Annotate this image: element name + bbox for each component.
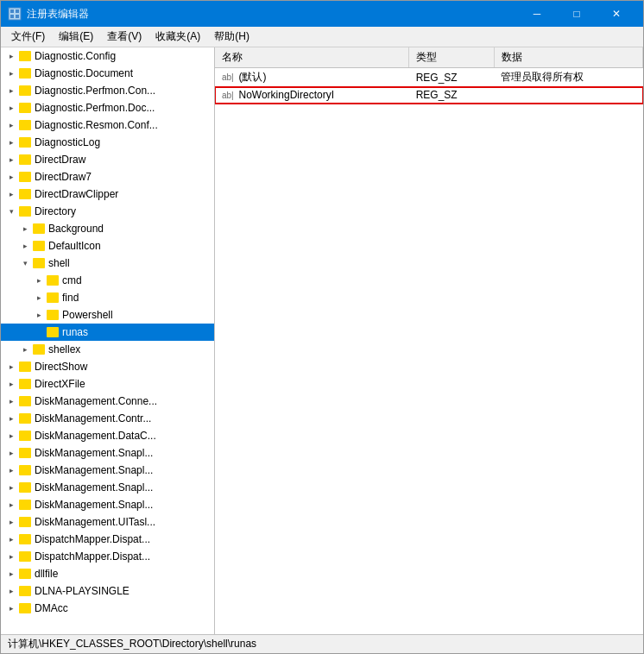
tree-label: DiskManagement.UITasl...: [35, 516, 155, 528]
tree-pane[interactable]: ▸Diagnostic.Config▸Diagnostic.Document▸D…: [1, 47, 215, 634]
tree-item-directdraw7[interactable]: ▸DirectDraw7: [1, 168, 214, 186]
status-path: 计算机\HKEY_CLASSES_ROOT\Directory\shell\ru…: [8, 637, 256, 651]
folder-icon: [18, 498, 32, 512]
folder-icon: [18, 118, 32, 132]
registry-table: 名称 类型 数据 ab| (默认)REG_SZ管理员取得所有权ab| NoWor…: [215, 47, 643, 104]
folder-icon: [18, 463, 32, 477]
tree-item-dispatchmapper-dispat2[interactable]: ▸DispatchMapper.Dispat...: [1, 548, 214, 565]
tree-label: DirectShow: [35, 361, 87, 373]
folder-icon: [18, 567, 32, 581]
tree-label: Directory: [35, 205, 76, 217]
tree-item-diagnostic-document[interactable]: ▸Diagnostic.Document: [1, 65, 214, 82]
menu-view[interactable]: 查看(V): [100, 28, 148, 46]
folder-icon: [18, 481, 32, 494]
expand-icon: [32, 324, 46, 341]
tree-label: DiskManagement.Conne...: [35, 395, 157, 407]
tree-item-dlna-playsingle[interactable]: ▸DLNA-PLAYSINGLE: [1, 582, 214, 600]
tree-item-diagnostic-resmon-conf[interactable]: ▸Diagnostic.Resmon.Conf...: [1, 116, 214, 134]
tree-label: Diagnostic.Perfmon.Doc...: [35, 102, 155, 114]
expand-icon: ▸: [4, 427, 18, 444]
tree-item-diskmanagement-snapl3[interactable]: ▸DiskManagement.Snapl...: [1, 479, 214, 496]
window-controls: ─ □ ✕: [517, 1, 636, 27]
tree-label: DiskManagement.DataC...: [35, 430, 156, 442]
tree-item-diagnostic-perfmon-doc[interactable]: ▸Diagnostic.Perfmon.Doc...: [1, 99, 214, 116]
col-data: 数据: [494, 47, 642, 68]
folder-icon: [46, 308, 60, 322]
minimize-button[interactable]: ─: [517, 1, 557, 27]
table-row[interactable]: ab| NoWorkingDirectoryIREG_SZ: [215, 87, 643, 104]
tree-label: DiskManagement.Snapl...: [35, 464, 153, 476]
tree-item-diskmanagement-snapl2[interactable]: ▸DiskManagement.Snapl...: [1, 462, 214, 479]
expand-icon: ▸: [4, 531, 18, 548]
folder-icon: [18, 412, 32, 425]
tree-item-diskmanagement-contr[interactable]: ▸DiskManagement.Contr...: [1, 410, 214, 427]
col-name: 名称: [215, 47, 409, 68]
expand-icon: ▸: [4, 151, 18, 168]
tree-item-diagnostic-perfmon-con[interactable]: ▸Diagnostic.Perfmon.Con...: [1, 82, 214, 99]
folder-icon: [18, 49, 32, 63]
expand-icon: ▸: [4, 600, 18, 617]
tree-label: DLNA-PLAYSINGLE: [35, 585, 129, 597]
tree-label: DirectDrawClipper: [35, 188, 118, 200]
expand-icon: ▾: [18, 255, 32, 272]
expand-icon: ▸: [4, 375, 18, 393]
main-area: ▸Diagnostic.Config▸Diagnostic.Document▸D…: [1, 47, 643, 634]
svg-rect-3: [10, 15, 14, 18]
tree-item-directdraw[interactable]: ▸DirectDraw: [1, 151, 214, 168]
expand-icon: ▸: [18, 237, 32, 255]
tree-item-directdrawclipper[interactable]: ▸DirectDrawClipper: [1, 186, 214, 203]
tree-item-background[interactable]: ▸Background: [1, 220, 214, 237]
menu-help[interactable]: 帮助(H): [207, 28, 256, 46]
cell-type: REG_SZ: [409, 87, 495, 104]
tree-item-diskmanagement-conne[interactable]: ▸DiskManagement.Conne...: [1, 393, 214, 410]
tree-item-shell[interactable]: ▾shell: [1, 255, 214, 272]
app-icon: [8, 7, 22, 21]
close-button[interactable]: ✕: [597, 1, 636, 27]
tree-item-powershell[interactable]: ▸Powershell: [1, 306, 214, 324]
tree-item-directxfile[interactable]: ▸DirectXFile: [1, 375, 214, 393]
tree-label: DiskManagement.Snapl...: [35, 481, 153, 494]
folder-icon: [18, 601, 32, 615]
tree-item-find[interactable]: ▸find: [1, 289, 214, 306]
folder-icon: [18, 429, 32, 443]
folder-icon: [18, 360, 32, 374]
expand-icon: ▸: [4, 358, 18, 375]
expand-icon: ▸: [4, 168, 18, 186]
tree-item-shellex[interactable]: ▸shellex: [1, 341, 214, 358]
menu-favorites[interactable]: 收藏夹(A): [148, 28, 207, 46]
tree-label: DefaultIcon: [48, 240, 101, 252]
menu-edit[interactable]: 编辑(E): [52, 28, 100, 46]
tree-item-diskmanagement-datac[interactable]: ▸DiskManagement.DataC...: [1, 427, 214, 444]
expand-icon: ▸: [4, 496, 18, 513]
tree-item-defaulticon[interactable]: ▸DefaultIcon: [1, 237, 214, 255]
tree-label: shellex: [48, 343, 80, 355]
tree-item-dispatchmapper-dispat1[interactable]: ▸DispatchMapper.Dispat...: [1, 531, 214, 548]
folder-icon: [32, 343, 46, 356]
tree-item-dllfile[interactable]: ▸dllfile: [1, 565, 214, 582]
tree-label: dllfile: [35, 568, 58, 580]
folder-icon: [18, 101, 32, 115]
tree-item-diskmanagement-snapl4[interactable]: ▸DiskManagement.Snapl...: [1, 496, 214, 513]
tree-item-dmacc[interactable]: ▸DMAcc: [1, 600, 214, 617]
tree-label: DMAcc: [35, 602, 68, 614]
svg-rect-2: [16, 9, 19, 13]
tree-item-directory[interactable]: ▾Directory: [1, 203, 214, 220]
tree-item-cmd[interactable]: ▸cmd: [1, 272, 214, 289]
expand-icon: ▸: [4, 393, 18, 410]
tree-item-diskmanagement-uitasl[interactable]: ▸DiskManagement.UITasl...: [1, 513, 214, 531]
tree-item-runas[interactable]: runas: [1, 324, 214, 341]
folder-icon: [46, 274, 60, 287]
maximize-button[interactable]: □: [557, 1, 597, 27]
expand-icon: ▸: [32, 306, 46, 324]
tree-item-diagnosticlog[interactable]: ▸DiagnosticLog: [1, 134, 214, 151]
expand-icon: ▸: [4, 47, 18, 65]
tree-label: Diagnostic.Resmon.Conf...: [35, 119, 158, 131]
details-pane[interactable]: 名称 类型 数据 ab| (默认)REG_SZ管理员取得所有权ab| NoWor…: [215, 47, 643, 634]
tree-item-directshow[interactable]: ▸DirectShow: [1, 358, 214, 375]
tree-item-diagnostic-config[interactable]: ▸Diagnostic.Config: [1, 47, 214, 65]
expand-icon: ▸: [4, 462, 18, 479]
table-row[interactable]: ab| (默认)REG_SZ管理员取得所有权: [215, 68, 643, 87]
tree-label: Background: [48, 223, 104, 235]
menu-file[interactable]: 文件(F): [4, 28, 52, 46]
tree-item-diskmanagement-snapl1[interactable]: ▸DiskManagement.Snapl...: [1, 444, 214, 462]
